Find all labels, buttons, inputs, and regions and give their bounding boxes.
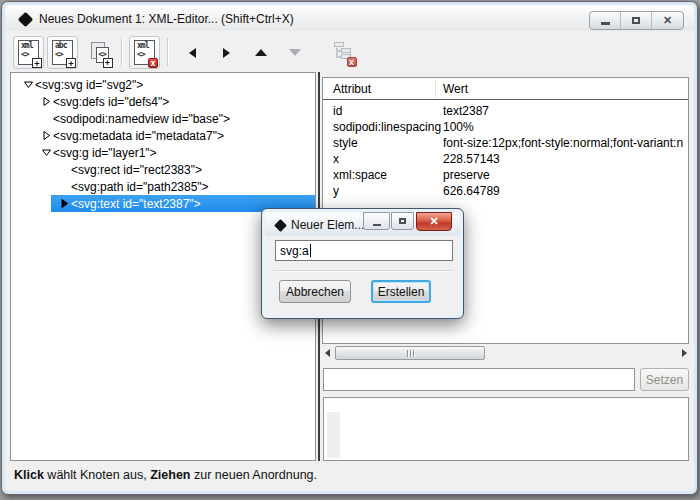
new-text-node-icon: abc <> + [52, 40, 73, 65]
maximize-icon [399, 218, 406, 224]
delete-node-button[interactable]: xml <> x [129, 36, 160, 69]
indent-node-button[interactable] [213, 36, 240, 69]
scroll-left-icon[interactable] [325, 349, 330, 357]
tree-node-svg-rect[interactable]: <svg:rect id="rect2383"> [11, 161, 315, 178]
horizontal-scrollbar[interactable] [323, 346, 689, 360]
arrow-up-icon [255, 49, 267, 56]
new-element-dialog: Neuer Elem... ✕ svg:a Abbrechen Erstelle… [261, 208, 464, 319]
inkscape-logo-icon [274, 219, 287, 232]
expander-collapsed-icon[interactable] [39, 130, 53, 141]
attribute-row-style[interactable]: style font-size:12px;font-style:normal;f… [323, 136, 688, 152]
tree-node-svg-path[interactable]: <svg:path id="path2385"> [11, 178, 315, 195]
tree-node-svg-svg[interactable]: <svg:svg id="svg2"> [11, 76, 315, 93]
column-header-attribut[interactable]: Attribut [333, 82, 371, 96]
tree-node-svg-defs[interactable]: <svg:defs id="defs4"> [11, 93, 315, 110]
element-name-input[interactable]: svg:a [275, 240, 453, 261]
attribute-row-linespacing[interactable]: sodipodi:linespacing 100% [323, 120, 688, 136]
expander-collapsed-icon[interactable] [57, 198, 71, 209]
xml-editor-window: Neues Dokument 1: XML-Editor... (Shift+C… [1, 1, 698, 495]
attribute-row-y[interactable]: y 626.64789 [323, 184, 688, 200]
dialog-minimize-button[interactable] [363, 212, 390, 230]
scrollbar-thumb[interactable] [335, 346, 485, 360]
tree-node-sodipodi-namedview[interactable]: <sodipodi:namedview id="base"> [11, 110, 315, 127]
new-text-node-button[interactable]: abc <> + [47, 36, 78, 69]
move-node-down-button[interactable] [281, 36, 308, 69]
attribute-table-header: Attribut Wert [323, 78, 688, 100]
window-controls: ✕ [589, 11, 684, 30]
attribute-value-input[interactable] [323, 368, 635, 391]
delete-attribute-button[interactable]: x [327, 36, 360, 69]
status-bold-ziehen: Ziehen [150, 468, 190, 482]
delete-node-icon: xml <> x [134, 40, 155, 65]
window-title: Neues Dokument 1: XML-Editor... (Shift+C… [39, 12, 294, 26]
close-icon: ✕ [663, 14, 672, 27]
tree-node-label: <svg:rect id="rect2383"> [71, 163, 202, 177]
set-value-button[interactable]: Setzen [640, 368, 689, 391]
delete-attribute-icon: x [333, 41, 355, 65]
minimize-icon [373, 224, 381, 226]
status-bold-klick: Klick [14, 468, 44, 482]
column-header-wert[interactable]: Wert [443, 82, 468, 96]
minimize-button[interactable] [590, 12, 621, 29]
tree-node-label: <svg:text id="text2387"> [71, 197, 201, 211]
expander-collapsed-icon[interactable] [39, 96, 53, 107]
tree-node-label: <svg:defs id="defs4"> [53, 95, 169, 109]
move-node-up-button[interactable] [247, 36, 274, 69]
tree-node-label: <sodipodi:namedview id="base"> [53, 112, 230, 126]
toolbar-separator [167, 38, 168, 66]
dialog-title: Neuer Elem... [291, 218, 364, 232]
textarea-ghost-block [327, 412, 340, 458]
create-button[interactable]: Erstellen [371, 280, 431, 303]
dialog-maximize-button[interactable] [391, 212, 414, 230]
cancel-button[interactable]: Abbrechen [279, 280, 351, 303]
expander-expanded-icon[interactable] [21, 79, 35, 90]
expander-expanded-icon[interactable] [39, 147, 53, 158]
tree-node-svg-metadata[interactable]: <svg:metadata id="metadata7"> [11, 127, 315, 144]
text-caret [310, 244, 311, 257]
tree-node-label: <svg:svg id="svg2"> [35, 78, 143, 92]
scroll-right-icon[interactable] [682, 349, 687, 357]
attribute-value-textarea[interactable] [323, 397, 689, 461]
attribute-row-id[interactable]: id text2387 [323, 104, 688, 120]
inkscape-logo-icon [18, 12, 34, 28]
title-bar[interactable]: Neues Dokument 1: XML-Editor... (Shift+C… [5, 5, 694, 31]
dialog-separator [274, 270, 453, 271]
minimize-icon [601, 22, 610, 25]
attribute-row-xml-space[interactable]: xml:space preserve [323, 168, 688, 184]
unindent-node-button[interactable] [179, 36, 206, 69]
new-element-node-icon: xml <> + [18, 40, 39, 65]
toolbar-separator [121, 38, 122, 66]
tree-node-label: <svg:path id="path2385"> [71, 180, 209, 194]
tree-node-svg-g[interactable]: <svg:g id="layer1"> [11, 144, 315, 161]
duplicate-node-button[interactable]: <> + [84, 36, 115, 69]
element-name-value: svg:a [280, 244, 309, 258]
tree-node-label: <svg:g id="layer1"> [53, 146, 157, 160]
dialog-close-button[interactable]: ✕ [416, 212, 452, 231]
tree-node-label: <svg:metadata id="metadata7"> [53, 129, 224, 143]
maximize-icon [632, 17, 640, 24]
close-button[interactable]: ✕ [652, 12, 683, 29]
arrow-down-icon [289, 49, 301, 56]
new-element-node-button[interactable]: xml <> + [13, 36, 44, 69]
arrow-right-icon [223, 48, 230, 58]
close-icon: ✕ [429, 215, 438, 228]
duplicate-node-icon: <> + [88, 40, 112, 66]
attribute-row-x[interactable]: x 228.57143 [323, 152, 688, 168]
arrow-left-icon [189, 48, 196, 58]
maximize-button[interactable] [621, 12, 652, 29]
status-bar: Klick wählt Knoten aus, Ziehen zur neuen… [14, 468, 317, 482]
